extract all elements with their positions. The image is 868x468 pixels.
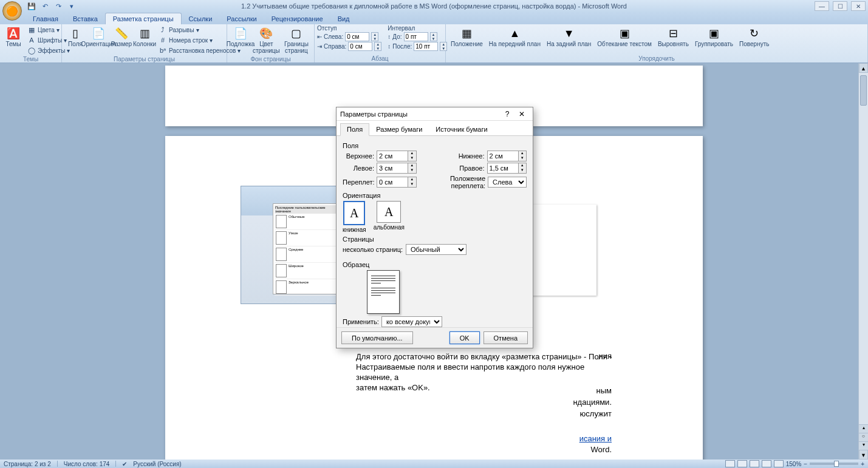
ok-button[interactable]: OK (449, 331, 480, 344)
tab-review[interactable]: Рецензирование (264, 13, 330, 24)
orientation-landscape-button[interactable]: A альбомная (374, 201, 405, 233)
zoom-out-button[interactable]: − (804, 461, 807, 467)
qat-customize-icon[interactable]: ▾ (67, 1, 77, 11)
gutter-pos-select[interactable]: Слева (488, 177, 527, 188)
columns-button[interactable]: ▥Колонки (134, 25, 155, 49)
bring-front-button[interactable]: ▲На передний план (487, 25, 543, 49)
align-button[interactable]: ⊟Выровнять (655, 25, 691, 49)
bottom-margin-input[interactable] (487, 151, 519, 161)
watermark-button[interactable]: 📄Подложка (230, 25, 251, 49)
zoom-in-button[interactable]: + (861, 461, 864, 467)
page-color-button[interactable]: 🎨Цвет страницы (253, 25, 280, 55)
maximize-button[interactable]: ☐ (833, 1, 847, 11)
spacing-before-spinner[interactable]: ▲▼ (430, 32, 437, 41)
tab-page-layout[interactable]: Разметка страницы (105, 13, 182, 24)
status-proofing-icon[interactable]: ✔ (122, 461, 127, 467)
indent-left-input[interactable] (345, 32, 369, 41)
tab-view[interactable]: Вид (330, 13, 357, 24)
spacing-header: Интервал (388, 25, 447, 32)
group-themes-label: Темы (2, 55, 59, 63)
indent-right-input[interactable] (348, 42, 372, 51)
indent-right-spinner[interactable]: ▲▼ (374, 42, 381, 51)
vertical-scrollbar[interactable]: ▲ ▴ ○ ▾ ▼ (858, 63, 868, 460)
scroll-thumb[interactable] (860, 75, 867, 106)
position-button[interactable]: ▦Положение (448, 25, 485, 49)
default-button[interactable]: По умолчанию... (341, 331, 413, 344)
bottom-margin-label: Нижнее: (417, 152, 485, 160)
group-arrange-label: Упорядочить (448, 55, 865, 63)
view-full-screen-button[interactable] (737, 460, 747, 467)
spacing-before-input[interactable] (404, 32, 428, 41)
group-button[interactable]: ▣Группировать (692, 25, 736, 49)
dialog-close-button[interactable]: ✕ (514, 110, 529, 118)
landscape-icon: A (377, 201, 401, 223)
top-margin-input[interactable] (377, 151, 408, 161)
minimize-button[interactable]: — (815, 1, 829, 11)
line-numbers-icon: # (159, 36, 167, 44)
office-button[interactable]: 🟠 (2, 1, 22, 21)
close-button[interactable]: ✕ (851, 1, 866, 11)
send-back-button[interactable]: ▼На задний план (544, 25, 593, 49)
qat-save-icon[interactable]: 💾 (27, 1, 36, 11)
rotate-icon: ↻ (747, 26, 762, 41)
tab-references[interactable]: Ссылки (182, 13, 220, 24)
indent-left-spinner[interactable]: ▲▼ (371, 32, 378, 41)
gutter-spinner[interactable]: ▲▼ (408, 177, 417, 188)
next-page-button[interactable]: ▾ (859, 441, 868, 450)
cancel-button[interactable]: Отмена (484, 331, 528, 344)
page-borders-button[interactable]: ▢Границы страниц (281, 25, 312, 55)
rotate-button[interactable]: ↻Повернуть (737, 25, 771, 49)
indent-header: Отступ (317, 25, 381, 32)
view-outline-button[interactable] (762, 460, 771, 467)
prev-page-button[interactable]: ▴ (859, 424, 868, 433)
scroll-up-button[interactable]: ▲ (859, 63, 868, 73)
qat-redo-icon[interactable]: ↷ (53, 1, 63, 11)
status-page[interactable]: Страница: 2 из 2 (4, 461, 51, 467)
portrait-icon: A (343, 201, 365, 225)
pages-section-label: Страницы (343, 236, 527, 243)
dialog-help-button[interactable]: ? (500, 110, 514, 118)
left-margin-input[interactable] (377, 163, 408, 174)
qat-undo-icon[interactable]: ↶ (40, 1, 50, 11)
view-print-layout-button[interactable] (725, 460, 735, 467)
bottom-margin-spinner[interactable]: ▲▼ (519, 151, 527, 161)
themes-icon: 🅰️ (6, 26, 21, 41)
right-margin-input[interactable] (487, 163, 519, 174)
gutter-input[interactable] (377, 177, 408, 188)
themes-button[interactable]: 🅰️ Темы (2, 25, 24, 49)
status-zoom[interactable]: 150% (786, 461, 802, 467)
scroll-down-button[interactable]: ▼ (859, 450, 868, 460)
right-margin-spinner[interactable]: ▲▼ (519, 163, 527, 174)
tab-mailings[interactable]: Рассылки (219, 13, 264, 24)
multi-pages-select[interactable]: Обычный (406, 244, 466, 255)
indent-left-icon: ⇤ (317, 33, 322, 40)
dialog-tab-source[interactable]: Источник бумаги (429, 123, 494, 135)
view-draft-button[interactable] (774, 460, 784, 467)
apply-to-label: Применить: (343, 318, 379, 325)
text-wrap-button[interactable]: ▣Обтекание текстом (595, 25, 654, 49)
right-margin-label: Правое: (417, 164, 485, 172)
tab-insert[interactable]: Вставка (66, 13, 105, 24)
status-language[interactable]: Русский (Россия) (133, 461, 181, 467)
breaks-icon: ⤴ (159, 25, 167, 34)
dialog-tab-paper[interactable]: Размер бумаги (369, 123, 429, 135)
browse-object-button[interactable]: ○ (859, 433, 868, 441)
spacing-after-input[interactable] (414, 42, 438, 51)
spacing-before-icon: ↕ (388, 33, 391, 40)
tab-home[interactable]: Главная (26, 13, 66, 24)
group-page-setup-label: Параметры страницы (64, 55, 224, 63)
top-margin-spinner[interactable]: ▲▼ (408, 151, 417, 161)
status-words[interactable]: Число слов: 174 (64, 461, 110, 467)
orientation-section-label: Ориентация (343, 192, 527, 199)
dialog-tab-margins[interactable]: Поля (340, 123, 369, 136)
zoom-slider[interactable] (810, 463, 858, 465)
left-margin-spinner[interactable]: ▲▼ (408, 163, 417, 174)
view-web-layout-button[interactable] (750, 460, 759, 467)
align-icon: ⊟ (666, 26, 680, 41)
orientation-portrait-button[interactable]: A книжная (343, 201, 366, 233)
apply-to-select[interactable]: ко всему документу (381, 316, 442, 327)
orientation-button[interactable]: 📄Ориентация (87, 25, 109, 49)
dialog-title: Параметры страницы (340, 110, 500, 118)
size-button[interactable]: 📏Размер (111, 25, 132, 49)
effects-icon: ◯ (27, 46, 36, 55)
